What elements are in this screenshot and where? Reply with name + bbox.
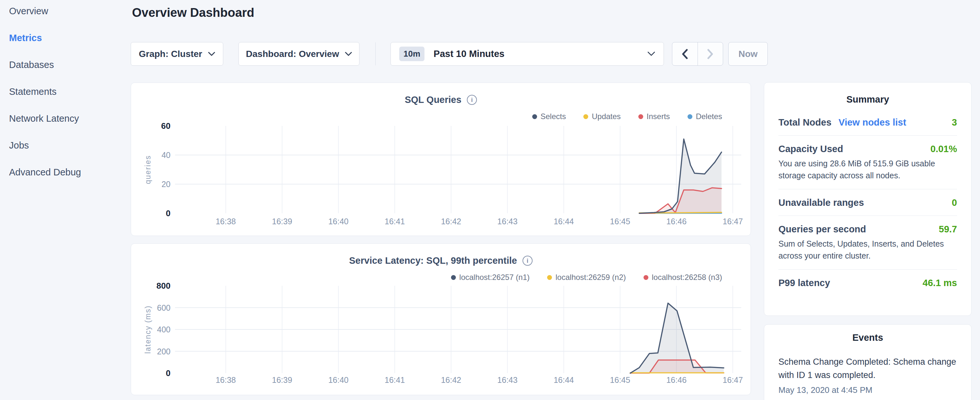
next-time-button[interactable] <box>698 42 723 65</box>
view-nodes-list-link[interactable]: View nodes list <box>838 117 906 128</box>
summary-row: Unavailable ranges0 <box>778 189 957 215</box>
svg-text:16:42: 16:42 <box>441 375 461 384</box>
svg-text:16:39: 16:39 <box>272 217 293 226</box>
summary-value: 3 <box>952 117 957 128</box>
sidebar-item-advanced-debug[interactable]: Advanced Debug <box>0 159 127 186</box>
sidebar-item-metrics[interactable]: Metrics <box>0 25 127 51</box>
legend-label: localhost:26258 (n3) <box>652 273 722 282</box>
legend-dot-icon <box>532 114 537 119</box>
svg-text:60: 60 <box>161 121 170 131</box>
chart-legend: localhost:26257 (n1)localhost:26259 (n2)… <box>451 273 722 282</box>
svg-text:16:44: 16:44 <box>554 217 574 226</box>
legend-item: localhost:26258 (n3) <box>644 273 722 282</box>
svg-text:16:44: 16:44 <box>554 375 574 384</box>
info-icon[interactable]: i <box>522 256 533 266</box>
svg-text:40: 40 <box>161 150 170 159</box>
summary-rows: Total NodesView nodes list3Capacity Used… <box>778 117 957 296</box>
chevron-down-icon <box>208 52 215 56</box>
legend-label: Deletes <box>696 112 722 121</box>
svg-text:16:40: 16:40 <box>328 375 349 384</box>
svg-text:0: 0 <box>166 368 170 378</box>
legend-item: localhost:26257 (n1) <box>451 273 530 282</box>
svg-text:queries: queries <box>144 155 152 184</box>
svg-text:16:42: 16:42 <box>441 217 461 226</box>
legend-item: Deletes <box>687 112 722 121</box>
summary-panel: Summary Total NodesView nodes list3Capac… <box>764 82 972 316</box>
svg-text:0: 0 <box>166 209 170 218</box>
summary-description: Sum of Selects, Updates, Inserts, and De… <box>778 238 957 262</box>
chart-title-text: SQL Queries <box>405 94 461 105</box>
chart-title-text: Service Latency: SQL, 99th percentile <box>349 255 517 266</box>
sidebar-item-statements[interactable]: Statements <box>0 78 127 105</box>
sidebar-item-overview[interactable]: Overview <box>0 0 127 25</box>
svg-text:16:40: 16:40 <box>328 217 349 226</box>
legend-item: localhost:26259 (n2) <box>547 273 626 282</box>
svg-text:16:45: 16:45 <box>610 217 630 226</box>
legend-label: Inserts <box>647 112 670 121</box>
legend-dot-icon <box>583 114 588 119</box>
summary-label: Queries per second <box>778 224 866 234</box>
svg-text:16:38: 16:38 <box>215 217 236 226</box>
page-title: Overview Dashboard <box>132 6 254 20</box>
event-timestamp: May 13, 2020 at 4:45 PM <box>778 385 957 395</box>
legend-dot-icon <box>638 114 643 119</box>
legend-dot-icon <box>547 275 552 280</box>
legend-label: Updates <box>592 112 620 121</box>
legend-label: localhost:26257 (n1) <box>460 273 530 282</box>
summary-row: Queries per second59.7Sum of Selects, Up… <box>778 215 957 269</box>
time-range-badge: 10m <box>399 46 425 61</box>
graph-scope-dropdown[interactable]: Graph: Cluster <box>131 42 223 66</box>
service-latency-card: 16:3816:3916:4016:4116:4216:4316:4416:45… <box>131 243 751 395</box>
svg-text:16:43: 16:43 <box>497 375 518 384</box>
now-button[interactable]: Now <box>728 42 768 66</box>
info-icon[interactable]: i <box>467 95 477 105</box>
legend-item: Inserts <box>638 112 670 121</box>
events-title: Events <box>778 332 957 343</box>
dashboard-dropdown-label: Dashboard: Overview <box>246 49 339 59</box>
chevron-right-icon <box>707 49 713 59</box>
summary-description: You are using 28.6 MiB of 515.9 GiB usab… <box>778 158 957 182</box>
summary-row: Capacity Used0.01%You are using 28.6 MiB… <box>778 135 957 189</box>
event-message: Schema Change Completed: Schema change w… <box>778 355 957 382</box>
event-item[interactable]: Schema Change Completed: Schema change w… <box>778 355 957 395</box>
legend-dot-icon <box>451 275 456 280</box>
svg-text:20: 20 <box>161 180 170 189</box>
legend-label: Selects <box>541 112 566 121</box>
svg-text:600: 600 <box>157 303 170 312</box>
sidebar-item-network-latency[interactable]: Network Latency <box>0 105 127 132</box>
svg-text:16:46: 16:46 <box>666 375 687 384</box>
svg-text:latency (ms): latency (ms) <box>144 305 152 354</box>
sidebar-item-jobs[interactable]: Jobs <box>0 132 127 159</box>
graph-scope-dropdown-label: Graph: Cluster <box>139 49 202 59</box>
svg-text:400: 400 <box>157 325 170 334</box>
summary-label: Total Nodes <box>778 117 832 128</box>
summary-value: 59.7 <box>939 224 957 234</box>
summary-title: Summary <box>778 94 957 105</box>
summary-value: 46.1 ms <box>923 278 957 288</box>
summary-value: 0 <box>952 198 957 208</box>
svg-text:16:38: 16:38 <box>215 375 236 384</box>
svg-text:16:41: 16:41 <box>385 375 405 384</box>
service-latency-chart[interactable]: 16:3816:3916:4016:4116:4216:4316:4416:45… <box>131 244 751 395</box>
svg-text:16:45: 16:45 <box>610 375 630 384</box>
legend-item: Updates <box>583 112 620 121</box>
summary-label: Unavailable ranges <box>778 198 864 208</box>
chart-legend: SelectsUpdatesInsertsDeletes <box>532 112 722 121</box>
chevron-left-icon <box>682 49 688 59</box>
legend-item: Selects <box>532 112 566 121</box>
sidebar: OverviewMetricsDatabasesStatementsNetwor… <box>0 0 127 400</box>
sql-queries-chart[interactable]: 16:3816:3916:4016:4116:4216:4316:4416:45… <box>131 83 751 236</box>
dashboard-dropdown[interactable]: Dashboard: Overview <box>239 42 360 66</box>
chevron-down-icon <box>345 52 352 56</box>
summary-label: P99 latency <box>778 278 830 288</box>
svg-text:800: 800 <box>157 281 170 291</box>
sql-queries-card: 16:3816:3916:4016:4116:4216:4316:4416:45… <box>131 83 751 236</box>
svg-text:16:47: 16:47 <box>723 217 743 226</box>
sidebar-item-databases[interactable]: Databases <box>0 51 127 78</box>
prev-time-button[interactable] <box>672 42 698 65</box>
svg-text:16:47: 16:47 <box>723 375 743 384</box>
chart-title: Service Latency: SQL, 99th percentile i <box>131 255 751 266</box>
summary-row: P99 latency46.1 ms <box>778 269 957 296</box>
time-range-picker[interactable]: 10m Past 10 Minutes <box>390 42 664 66</box>
time-range-label: Past 10 Minutes <box>434 49 648 59</box>
